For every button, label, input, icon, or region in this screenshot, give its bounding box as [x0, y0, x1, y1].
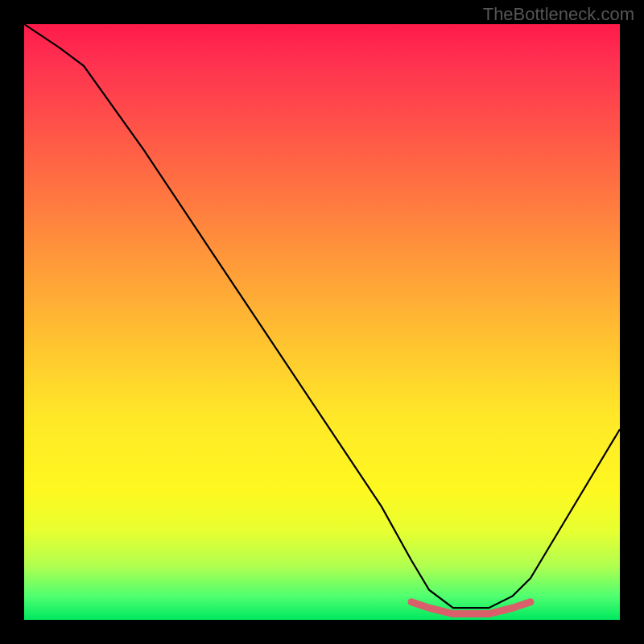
watermark-text: TheBottleneck.com [483, 4, 634, 25]
chart-plot-area [24, 24, 620, 620]
bottleneck-curve-line [24, 24, 620, 608]
chart-svg [24, 24, 620, 620]
